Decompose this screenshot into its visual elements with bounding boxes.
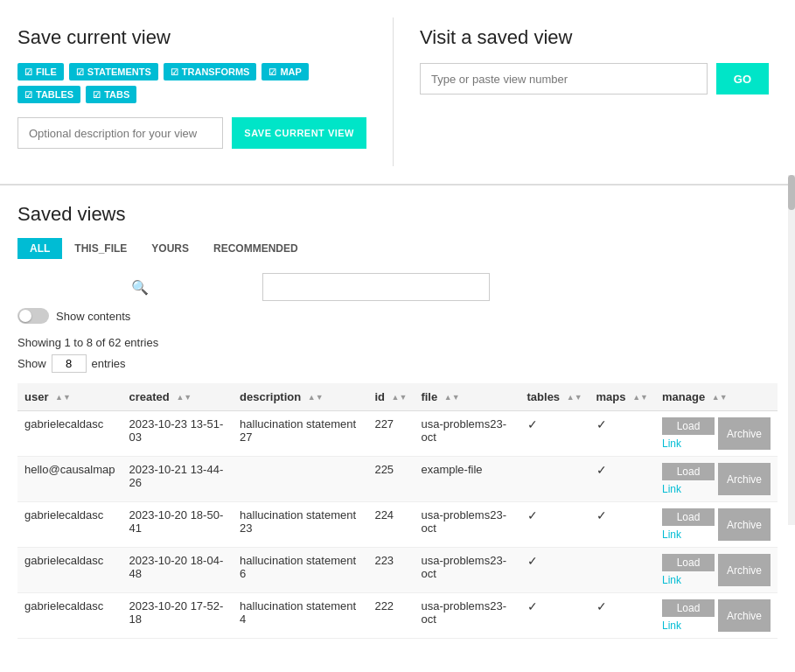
manage-btn-row: Load Link Archive [662,554,771,586]
manage-group: Load Link [662,463,715,495]
manage-btn-row: Load Link Archive [662,508,771,541]
table-row: gabrielecaldasc 2023-10-20 17-52-18 hall… [17,593,778,639]
visit-panel: Visit a saved view GO [394,18,795,166]
checkbox-tables[interactable]: ☑ TABLES [17,86,80,103]
checkbox-tables-label: TABLES [36,89,73,100]
search-area: 🔍 [17,273,778,301]
sort-arrows-id[interactable]: ▲▼ [392,394,408,402]
sort-arrows-created[interactable]: ▲▼ [176,394,192,402]
load-button[interactable]: Load [662,554,715,571]
checkbox-transforms[interactable]: ☑ TRANSFORMS [164,63,257,80]
cell-created: 2023-10-23 13-51-03 [122,411,234,457]
checkbox-file[interactable]: ☑ FILE [17,63,64,80]
entries-count-input[interactable] [52,354,87,373]
checkbox-statements[interactable]: ☑ STATEMENTS [69,63,158,80]
toggle-knob [19,310,31,322]
cell-user: gabrielecaldasc [17,411,122,457]
show-contents-row: Show contents [17,308,778,324]
cell-tables [520,457,589,502]
load-button[interactable]: Load [662,417,715,435]
link-text[interactable]: Link [662,574,715,586]
cell-created: 2023-10-21 13-44-26 [122,457,234,502]
cell-id: 225 [367,457,414,502]
load-button[interactable]: Load [662,599,715,617]
cell-manage: Load Link Archive [655,548,778,593]
checkbox-map-label: MAP [280,66,301,77]
visit-row: GO [420,63,769,94]
sort-arrows-maps[interactable]: ▲▼ [632,394,648,402]
saved-views-title: Saved views [17,203,778,226]
cell-maps: ✓ [589,502,655,548]
sort-arrows-tables[interactable]: ▲▼ [567,394,582,402]
scrollbar-thumb[interactable] [788,175,795,210]
checkbox-map[interactable]: ☑ MAP [262,63,308,80]
link-text[interactable]: Link [662,620,715,632]
cell-tables: ✓ [520,502,589,548]
cell-manage: Load Link Archive [655,593,778,639]
sort-arrows-description[interactable]: ▲▼ [308,394,324,402]
archive-button[interactable]: Archive [718,599,771,632]
cell-tables: ✓ [520,548,589,593]
cell-id: 222 [367,593,414,639]
cell-user: hello@causalmap [17,457,122,502]
cell-maps [589,548,655,593]
manage-group: Load Link [662,554,715,586]
sort-arrows-user[interactable]: ▲▼ [55,394,71,402]
tab-all[interactable]: ALL [17,238,62,259]
save-current-view-button[interactable]: SAVE CURRENT VIEW [232,117,366,149]
link-text[interactable]: Link [662,438,715,450]
archive-button[interactable]: Archive [718,508,771,541]
scrollbar-track[interactable] [788,175,795,525]
cell-description: hallucination statement 4 [233,593,367,639]
search-icon: 🔍 [131,279,149,296]
cell-description: hallucination statement 27 [233,411,367,457]
cell-maps: ✓ [589,457,655,502]
cell-maps: ✓ [589,593,655,639]
cell-description: hallucination statement 6 [233,548,367,593]
saved-views-section: Saved views ALL THIS_FILE YOURS RECOMMEN… [0,186,795,648]
check-icon-file: ☑ [24,67,32,77]
checkbox-tabs[interactable]: ☑ TABS [86,86,136,103]
manage-btn-row: Load Link Archive [662,599,771,632]
link-text[interactable]: Link [662,483,715,495]
col-created: created ▲▼ [122,383,234,411]
load-button[interactable]: Load [662,508,715,526]
cell-manage: Load Link Archive [655,502,778,548]
filter-tabs: ALL THIS_FILE YOURS RECOMMENDED [17,238,778,259]
description-input[interactable] [17,117,223,149]
load-button[interactable]: Load [662,463,715,480]
manage-group: Load Link [662,599,715,632]
col-manage: manage ▲▼ [655,383,778,411]
manage-group: Load Link [662,508,715,541]
checkbox-statements-label: STATEMENTS [87,66,151,77]
tab-yours[interactable]: YOURS [139,238,201,259]
cell-created: 2023-10-20 18-04-48 [122,548,234,593]
sort-arrows-manage[interactable]: ▲▼ [712,394,728,402]
entries-info: Showing 1 to 8 of 62 entries [17,336,778,349]
cell-description: hallucination statement 23 [233,502,367,548]
archive-button[interactable]: Archive [718,554,771,586]
show-entries-row: Show entries [17,354,778,373]
view-number-input[interactable] [420,63,708,94]
table-row: gabrielecaldasc 2023-10-23 13-51-03 hall… [17,411,778,457]
col-file: file ▲▼ [414,383,520,411]
link-text[interactable]: Link [662,528,715,541]
sort-arrows-file[interactable]: ▲▼ [444,394,460,402]
tab-this-file[interactable]: THIS_FILE [62,238,139,259]
tab-recommended[interactable]: RECOMMENDED [201,238,310,259]
check-icon-tabs: ☑ [93,90,101,100]
toggle-wrap: Show contents [17,308,130,324]
cell-id: 227 [367,411,414,457]
search-input[interactable] [262,273,490,301]
show-contents-toggle[interactable] [17,308,49,324]
archive-button[interactable]: Archive [718,417,771,450]
check-icon-map: ☑ [268,67,276,77]
cell-file: usa-problems23-oct [414,502,520,548]
archive-button[interactable]: Archive [718,463,771,495]
go-button[interactable]: GO [716,63,769,94]
table-row: gabrielecaldasc 2023-10-20 18-04-48 hall… [17,548,778,593]
col-id: id ▲▼ [367,383,414,411]
cell-tables: ✓ [520,411,589,457]
manage-btn-row: Load Link Archive [662,463,771,495]
saved-views-table: user ▲▼ created ▲▼ description ▲▼ id ▲▼ … [17,383,778,639]
